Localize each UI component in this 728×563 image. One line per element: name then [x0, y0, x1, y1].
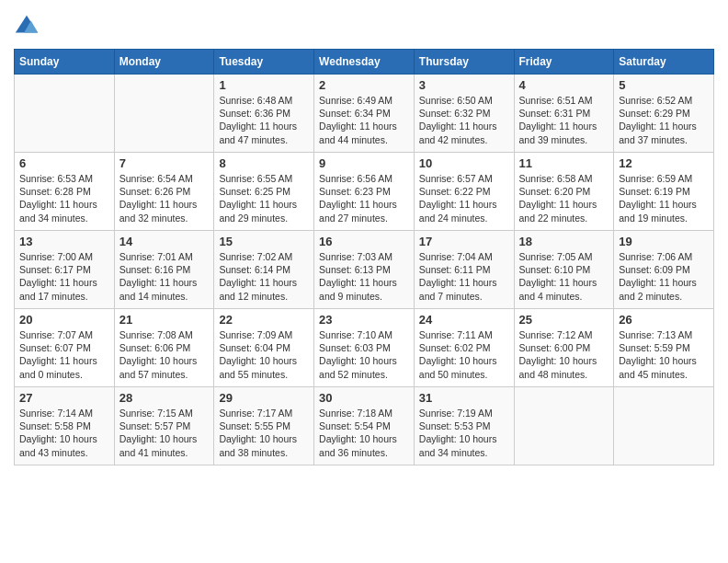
day-number: 23 — [319, 313, 409, 327]
calendar-cell — [614, 387, 714, 465]
day-content: Sunrise: 6:58 AMSunset: 6:20 PMDaylight:… — [519, 172, 609, 224]
day-content: Sunrise: 6:55 AMSunset: 6:25 PMDaylight:… — [219, 172, 309, 224]
calendar-cell: 11Sunrise: 6:58 AMSunset: 6:20 PMDayligh… — [514, 153, 614, 231]
day-number: 27 — [19, 391, 109, 405]
page-header — [14, 14, 714, 40]
weekday-header-sunday: Sunday — [15, 50, 115, 75]
day-content: Sunrise: 7:04 AMSunset: 6:11 PMDaylight:… — [419, 250, 509, 303]
calendar-cell — [114, 75, 214, 153]
weekday-header-thursday: Thursday — [414, 50, 514, 75]
calendar-table: SundayMondayTuesdayWednesdayThursdayFrid… — [14, 49, 714, 465]
day-content: Sunrise: 6:56 AMSunset: 6:23 PMDaylight:… — [319, 172, 409, 224]
calendar-cell: 23Sunrise: 7:10 AMSunset: 6:03 PMDayligh… — [314, 309, 415, 387]
calendar-cell: 20Sunrise: 7:07 AMSunset: 6:07 PMDayligh… — [15, 309, 115, 387]
day-content: Sunrise: 7:05 AMSunset: 6:10 PMDaylight:… — [519, 250, 609, 303]
calendar-week-row: 20Sunrise: 7:07 AMSunset: 6:07 PMDayligh… — [15, 309, 714, 387]
day-number: 8 — [219, 156, 309, 170]
day-content: Sunrise: 7:09 AMSunset: 6:04 PMDaylight:… — [219, 328, 309, 381]
calendar-cell: 15Sunrise: 7:02 AMSunset: 6:14 PMDayligh… — [214, 231, 314, 309]
calendar-cell — [15, 75, 115, 153]
calendar-cell: 17Sunrise: 7:04 AMSunset: 6:11 PMDayligh… — [414, 231, 514, 309]
calendar-cell: 1Sunrise: 6:48 AMSunset: 6:36 PMDaylight… — [214, 75, 314, 153]
calendar-cell: 25Sunrise: 7:12 AMSunset: 6:00 PMDayligh… — [514, 309, 614, 387]
day-number: 6 — [19, 156, 109, 170]
calendar-cell: 13Sunrise: 7:00 AMSunset: 6:17 PMDayligh… — [15, 231, 115, 309]
calendar-week-row: 6Sunrise: 6:53 AMSunset: 6:28 PMDaylight… — [15, 153, 714, 231]
calendar-cell: 6Sunrise: 6:53 AMSunset: 6:28 PMDaylight… — [15, 153, 115, 231]
calendar-cell: 31Sunrise: 7:19 AMSunset: 5:53 PMDayligh… — [414, 387, 514, 465]
calendar-cell: 12Sunrise: 6:59 AMSunset: 6:19 PMDayligh… — [614, 153, 714, 231]
logo-icon — [14, 14, 40, 40]
calendar-cell: 30Sunrise: 7:18 AMSunset: 5:54 PMDayligh… — [314, 387, 415, 465]
calendar-cell: 29Sunrise: 7:17 AMSunset: 5:55 PMDayligh… — [214, 387, 314, 465]
calendar-cell: 5Sunrise: 6:52 AMSunset: 6:29 PMDaylight… — [614, 75, 714, 153]
day-content: Sunrise: 7:18 AMSunset: 5:54 PMDaylight:… — [319, 407, 409, 459]
day-number: 3 — [419, 78, 509, 92]
calendar-cell: 16Sunrise: 7:03 AMSunset: 6:13 PMDayligh… — [314, 231, 415, 309]
day-content: Sunrise: 7:06 AMSunset: 6:09 PMDaylight:… — [619, 250, 709, 303]
day-content: Sunrise: 7:08 AMSunset: 6:06 PMDaylight:… — [119, 328, 210, 381]
calendar-cell: 10Sunrise: 6:57 AMSunset: 6:22 PMDayligh… — [414, 153, 514, 231]
day-number: 16 — [319, 235, 409, 248]
calendar-week-row: 1Sunrise: 6:48 AMSunset: 6:36 PMDaylight… — [15, 75, 714, 153]
day-content: Sunrise: 7:14 AMSunset: 5:58 PMDaylight:… — [19, 407, 109, 459]
calendar-week-row: 27Sunrise: 7:14 AMSunset: 5:58 PMDayligh… — [15, 387, 714, 465]
day-content: Sunrise: 7:00 AMSunset: 6:17 PMDaylight:… — [19, 250, 109, 303]
day-number: 22 — [219, 313, 309, 327]
day-content: Sunrise: 7:11 AMSunset: 6:02 PMDaylight:… — [419, 328, 509, 381]
day-number: 29 — [219, 391, 309, 405]
calendar-cell: 19Sunrise: 7:06 AMSunset: 6:09 PMDayligh… — [614, 231, 714, 309]
day-content: Sunrise: 6:54 AMSunset: 6:26 PMDaylight:… — [119, 172, 210, 224]
calendar-cell: 21Sunrise: 7:08 AMSunset: 6:06 PMDayligh… — [114, 309, 214, 387]
calendar-cell: 22Sunrise: 7:09 AMSunset: 6:04 PMDayligh… — [214, 309, 314, 387]
day-content: Sunrise: 6:48 AMSunset: 6:36 PMDaylight:… — [219, 94, 309, 146]
day-number: 12 — [619, 156, 709, 170]
day-number: 28 — [119, 391, 210, 405]
day-content: Sunrise: 7:17 AMSunset: 5:55 PMDaylight:… — [219, 407, 309, 459]
weekday-header-wednesday: Wednesday — [314, 50, 415, 75]
logo — [14, 14, 43, 40]
day-number: 4 — [519, 78, 609, 92]
day-number: 21 — [119, 313, 210, 327]
day-content: Sunrise: 6:50 AMSunset: 6:32 PMDaylight:… — [419, 94, 509, 146]
day-content: Sunrise: 7:07 AMSunset: 6:07 PMDaylight:… — [19, 328, 109, 381]
calendar-cell: 28Sunrise: 7:15 AMSunset: 5:57 PMDayligh… — [114, 387, 214, 465]
day-content: Sunrise: 7:10 AMSunset: 6:03 PMDaylight:… — [319, 328, 409, 381]
day-content: Sunrise: 6:53 AMSunset: 6:28 PMDaylight:… — [19, 172, 109, 224]
calendar-cell: 18Sunrise: 7:05 AMSunset: 6:10 PMDayligh… — [514, 231, 614, 309]
day-number: 7 — [119, 156, 210, 170]
weekday-header-saturday: Saturday — [614, 50, 714, 75]
day-number: 31 — [419, 391, 509, 405]
day-content: Sunrise: 6:49 AMSunset: 6:34 PMDaylight:… — [319, 94, 409, 146]
day-content: Sunrise: 6:57 AMSunset: 6:22 PMDaylight:… — [419, 172, 509, 224]
weekday-header-monday: Monday — [114, 50, 214, 75]
day-number: 15 — [219, 235, 309, 248]
day-number: 13 — [19, 235, 109, 248]
day-content: Sunrise: 6:59 AMSunset: 6:19 PMDaylight:… — [619, 172, 709, 224]
day-number: 24 — [419, 313, 509, 327]
calendar-cell: 24Sunrise: 7:11 AMSunset: 6:02 PMDayligh… — [414, 309, 514, 387]
calendar-cell: 4Sunrise: 6:51 AMSunset: 6:31 PMDaylight… — [514, 75, 614, 153]
calendar-week-row: 13Sunrise: 7:00 AMSunset: 6:17 PMDayligh… — [15, 231, 714, 309]
day-content: Sunrise: 7:19 AMSunset: 5:53 PMDaylight:… — [419, 407, 509, 459]
day-number: 20 — [19, 313, 109, 327]
day-number: 18 — [519, 235, 609, 248]
day-number: 10 — [419, 156, 509, 170]
calendar-cell: 9Sunrise: 6:56 AMSunset: 6:23 PMDaylight… — [314, 153, 415, 231]
calendar-cell: 27Sunrise: 7:14 AMSunset: 5:58 PMDayligh… — [15, 387, 115, 465]
day-content: Sunrise: 7:02 AMSunset: 6:14 PMDaylight:… — [219, 250, 309, 303]
weekday-header-row: SundayMondayTuesdayWednesdayThursdayFrid… — [15, 50, 714, 75]
day-content: Sunrise: 7:01 AMSunset: 6:16 PMDaylight:… — [119, 250, 210, 303]
day-content: Sunrise: 7:03 AMSunset: 6:13 PMDaylight:… — [319, 250, 409, 303]
day-content: Sunrise: 7:12 AMSunset: 6:00 PMDaylight:… — [519, 328, 609, 381]
calendar-cell: 26Sunrise: 7:13 AMSunset: 5:59 PMDayligh… — [614, 309, 714, 387]
day-content: Sunrise: 6:51 AMSunset: 6:31 PMDaylight:… — [519, 94, 609, 146]
day-number: 5 — [619, 78, 709, 92]
day-number: 25 — [519, 313, 609, 327]
day-number: 26 — [619, 313, 709, 327]
day-number: 17 — [419, 235, 509, 248]
day-content: Sunrise: 7:15 AMSunset: 5:57 PMDaylight:… — [119, 407, 210, 459]
day-content: Sunrise: 6:52 AMSunset: 6:29 PMDaylight:… — [619, 94, 709, 146]
weekday-header-friday: Friday — [514, 50, 614, 75]
day-number: 14 — [119, 235, 210, 248]
